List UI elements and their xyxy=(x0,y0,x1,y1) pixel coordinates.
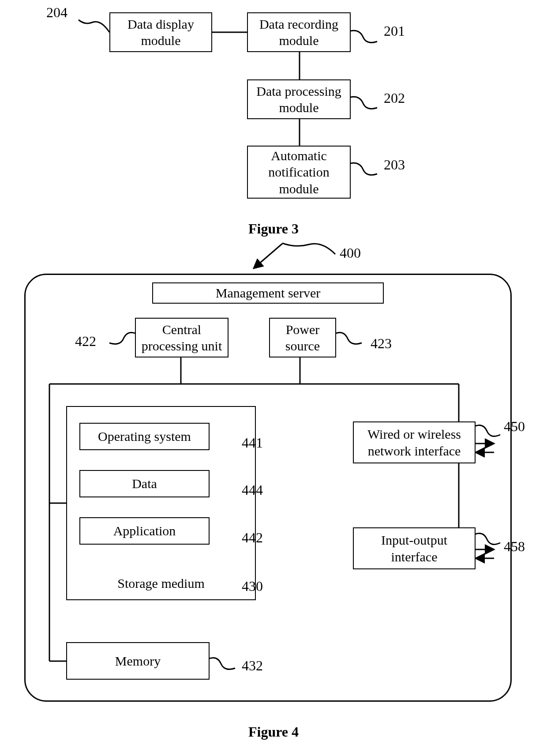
box-data-processing-module: Data processing module xyxy=(247,79,351,119)
ref-201: 201 xyxy=(384,23,405,39)
box-power-source: Power source xyxy=(269,318,336,357)
ref-422: 422 xyxy=(75,333,96,350)
box-data-recording-module: Data recording module xyxy=(247,12,351,52)
ref-203: 203 xyxy=(384,157,405,173)
ref-458: 458 xyxy=(504,538,525,555)
caption-figure-3: Figure 3 xyxy=(0,221,547,237)
ref-442: 442 xyxy=(242,530,263,546)
ref-202: 202 xyxy=(384,90,405,106)
box-network-interface: Wired or wireless network interface xyxy=(353,421,476,463)
caption-figure-4: Figure 4 xyxy=(0,724,547,740)
ref-441: 441 xyxy=(242,435,263,451)
ref-400: 400 xyxy=(340,245,361,261)
box-cpu: Central processing unit xyxy=(135,318,229,357)
svg-line-3 xyxy=(254,244,282,268)
box-memory: Memory xyxy=(66,642,210,680)
ref-204: 204 xyxy=(46,4,67,21)
box-io-interface: Input-output interface xyxy=(353,527,476,569)
ref-444: 444 xyxy=(242,482,263,498)
box-management-server: Management server xyxy=(152,282,384,304)
box-operating-system: Operating system xyxy=(79,423,210,450)
ref-450: 450 xyxy=(504,418,525,435)
box-data: Data xyxy=(79,470,210,497)
ref-423: 423 xyxy=(371,335,392,352)
ref-432: 432 xyxy=(242,658,263,674)
ref-430: 430 xyxy=(242,578,263,594)
box-application: Application xyxy=(79,517,210,545)
box-data-display-module: Data display module xyxy=(109,12,212,52)
box-auto-notification-module: Automatic notification module xyxy=(247,146,351,199)
